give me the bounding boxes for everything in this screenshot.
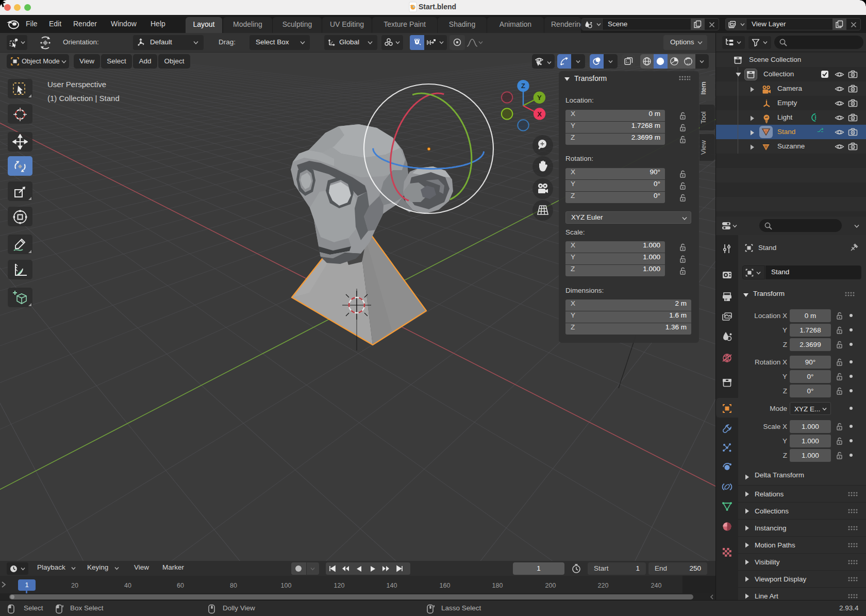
svg-text:X: X [537,110,542,118]
svg-text:Y: Y [537,94,542,102]
svg-text:Z: Z [521,82,525,90]
